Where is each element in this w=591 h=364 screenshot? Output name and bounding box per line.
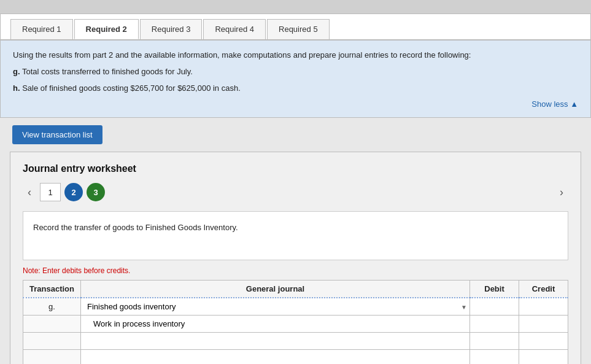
pagination-row: ‹ 1 2 3 ›	[23, 183, 568, 201]
th-transaction: Transaction	[23, 281, 81, 298]
page-next-arrow[interactable]: ›	[555, 184, 568, 201]
credit-cell[interactable]	[519, 298, 568, 316]
credit-input[interactable]	[523, 335, 564, 347]
table-row	[23, 350, 568, 364]
trans-cell	[23, 350, 81, 364]
instructions-h: h. Sale of finished goods costing $265,7…	[13, 82, 578, 95]
th-debit: Debit	[470, 281, 519, 298]
instructions-g: g. Total costs transferred to finished g…	[13, 66, 578, 79]
trans-cell	[23, 316, 81, 333]
debit-cell[interactable]	[470, 316, 519, 333]
debit-input[interactable]	[474, 301, 515, 312]
debit-input[interactable]	[474, 335, 515, 347]
trans-cell	[23, 333, 81, 350]
debit-input[interactable]	[474, 352, 515, 364]
tab-required1[interactable]: Required 1	[10, 19, 73, 39]
tab-required4[interactable]: Required 4	[203, 19, 266, 39]
worksheet-title: Journal entry worksheet	[23, 163, 568, 174]
table-row	[23, 333, 568, 350]
debit-cell[interactable]	[470, 350, 519, 364]
instruction-card: Record the transfer of goods to Finished…	[23, 211, 568, 260]
page-3-circle[interactable]: 3	[87, 183, 105, 201]
th-general-journal: General journal	[80, 281, 469, 298]
th-credit: Credit	[519, 281, 568, 298]
view-btn-container: View transaction list	[0, 118, 591, 152]
tab-required2[interactable]: Required 2	[74, 19, 139, 39]
instruction-text: Record the transfer of goods to Finished…	[33, 223, 238, 232]
credit-input[interactable]	[523, 301, 564, 312]
page-prev-arrow[interactable]: ‹	[23, 184, 36, 201]
credit-input[interactable]	[523, 352, 564, 364]
instructions-box: Using the results from part 2 and the av…	[0, 40, 591, 118]
journal-cell[interactable]	[80, 333, 469, 350]
credit-input[interactable]	[523, 318, 564, 330]
journal-input[interactable]	[85, 318, 466, 330]
journal-input[interactable]	[85, 335, 466, 347]
instructions-intro: Using the results from part 2 and the av…	[13, 49, 578, 62]
journal-input[interactable]	[85, 301, 466, 312]
top-bar	[0, 0, 591, 14]
page-1-box[interactable]: 1	[40, 183, 61, 201]
tabs-container: Required 1 Required 2 Required 3 Require…	[0, 14, 591, 40]
tab-required5[interactable]: Required 5	[267, 19, 330, 39]
journal-cell[interactable]	[80, 350, 469, 364]
trans-cell: g.	[23, 298, 81, 316]
table-row: g. ▼	[23, 298, 568, 316]
dropdown-icon[interactable]: ▼	[461, 303, 467, 310]
table-row	[23, 316, 568, 333]
debit-cell[interactable]	[470, 298, 519, 316]
journal-cell[interactable]	[80, 316, 469, 333]
tab-required3[interactable]: Required 3	[140, 19, 203, 39]
page-2-circle[interactable]: 2	[64, 183, 83, 201]
journal-table: Transaction General journal Debit Credit…	[23, 280, 568, 364]
credit-cell[interactable]	[519, 350, 568, 364]
view-transaction-btn[interactable]: View transaction list	[12, 125, 102, 144]
note-text: Note: Enter debits before credits.	[23, 266, 568, 275]
credit-cell[interactable]	[519, 333, 568, 350]
journal-input[interactable]	[85, 352, 466, 364]
worksheet-container: Journal entry worksheet ‹ 1 2 3 › Record…	[10, 152, 581, 364]
credit-cell[interactable]	[519, 316, 568, 333]
journal-cell[interactable]: ▼	[80, 298, 469, 316]
debit-input[interactable]	[474, 318, 515, 330]
debit-cell[interactable]	[470, 333, 519, 350]
show-less-link[interactable]: Show less ▲	[531, 99, 578, 109]
